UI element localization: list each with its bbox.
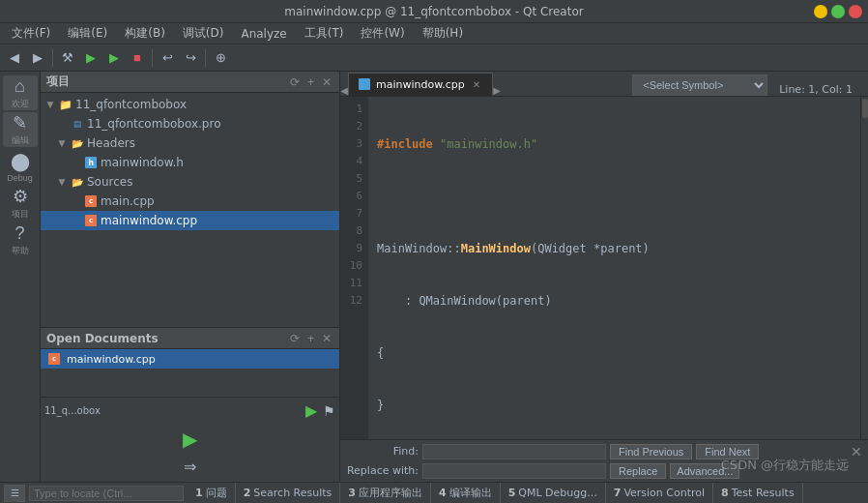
editor-tab-bar: ◀ mainwindow.cpp ✕ ▶ <Select Symbol> Lin… (340, 72, 868, 97)
find-previous-button[interactable]: Find Previous (610, 444, 692, 459)
mainwindow-cpp-icon: c (84, 214, 98, 227)
menu-tools[interactable]: 工具(T) (297, 23, 352, 44)
tree-item-headers[interactable]: ▼ 📂 Headers (41, 133, 339, 153)
minimize-button[interactable] (814, 5, 827, 18)
menu-build[interactable]: 构建(B) (117, 23, 173, 44)
project-panel-add-button[interactable]: + (305, 75, 316, 89)
project-panel-header: 项目 ⟳ + ✕ (41, 72, 339, 93)
tree-item-main-cpp[interactable]: c main.cpp (41, 192, 339, 211)
status-tab-test[interactable]: 8 Test Results (713, 483, 803, 504)
tab-label-test: Test Results (732, 487, 795, 499)
project-icon: ⚙ (13, 186, 28, 207)
symbol-select[interactable]: <Select Symbol> (632, 74, 767, 96)
replace-input[interactable] (422, 463, 606, 479)
project-panel-sync-button[interactable]: ⟳ (288, 75, 302, 89)
status-tab-qml[interactable]: 5 QML Debugg... (501, 483, 606, 504)
toolbar-undo-button[interactable]: ↩ (157, 47, 178, 69)
open-docs-add-button[interactable]: + (305, 332, 316, 345)
status-tab-issues[interactable]: 1 问题 (188, 483, 236, 504)
open-doc-run-button[interactable]: ▶ (305, 401, 317, 420)
toolbar-locate-button[interactable]: ⊕ (210, 47, 231, 69)
tree-label-headers: Headers (87, 136, 135, 150)
open-docs-sync-button[interactable]: ⟳ (288, 332, 302, 345)
tab-label-compile: 编译输出 (449, 486, 492, 500)
step-button[interactable]: ⇒ (173, 455, 208, 478)
replace-button[interactable]: Replace (610, 463, 666, 479)
line-info: Line: 1, Col: 1 (771, 83, 860, 96)
tab-num-2: 2 (244, 487, 251, 499)
sidebar-edit-button[interactable]: ✎ 编辑 (3, 112, 38, 147)
find-input[interactable] (422, 444, 606, 459)
project-panel: 项目 ⟳ + ✕ ▼ 📁 11_qfontcombobox ▤ 11_qfont… (41, 72, 340, 482)
close-button[interactable] (849, 5, 862, 18)
toolbar-back-button[interactable]: ◀ (4, 47, 25, 69)
toolbar-forward-button[interactable]: ▶ (27, 47, 48, 69)
toolbar-run-button[interactable]: ▶ (80, 47, 101, 69)
menu-analyze[interactable]: Analyze (233, 25, 294, 43)
tree-item-mainwindow-cpp[interactable]: c mainwindow.cpp (41, 211, 339, 230)
status-left-button[interactable]: ☰ (4, 485, 25, 502)
menu-edit[interactable]: 编辑(E) (60, 23, 115, 44)
open-docs-close-button[interactable]: ✕ (320, 332, 333, 345)
find-next-button[interactable]: Find Next (696, 444, 759, 459)
app-window: mainwindow.cpp @ 11_qfontcombobox - Qt C… (0, 0, 868, 503)
menu-widgets[interactable]: 控件(W) (353, 23, 412, 44)
open-doc-label: mainwindow.cpp (67, 353, 156, 366)
toolbar-stop-button[interactable]: ■ (127, 47, 148, 69)
tree-arrow-mainwindow-cpp (70, 215, 81, 226)
tab-filename: mainwindow.cpp (376, 78, 465, 91)
open-doc-mainwindow-cpp[interactable]: c mainwindow.cpp (41, 349, 339, 369)
line-num-1: 1 (340, 101, 362, 118)
line-num-12: 12 (340, 292, 362, 310)
sidebar-debug-button[interactable]: ⬤ Debug (3, 149, 38, 184)
doc-preview-label: 11_q...obox (44, 405, 101, 416)
tree-item-root[interactable]: ▼ 📁 11_qfontcombobox (41, 95, 339, 114)
tree-item-mainwindow-h[interactable]: h mainwindow.h (41, 153, 339, 172)
tab-left-scroll[interactable]: ◀ (340, 85, 348, 96)
find-close-button[interactable]: ✕ (851, 444, 862, 459)
sidebar-welcome-button[interactable]: ⌂ 欢迎 (3, 75, 38, 110)
play-button[interactable]: ▶ (173, 428, 208, 451)
code-lines: #include "mainwindow.h" MainWindow::Main… (369, 97, 860, 439)
project-panel-close-button[interactable]: ✕ (320, 75, 333, 89)
line-num-9: 9 (340, 240, 362, 257)
status-search-input[interactable] (29, 486, 184, 501)
menu-help[interactable]: 帮助(H) (415, 23, 471, 44)
tab-close-button[interactable]: ✕ (471, 79, 482, 90)
tree-item-sources[interactable]: ▼ 📂 Sources (41, 172, 339, 192)
editor-tab-mainwindow-cpp[interactable]: mainwindow.cpp ✕ (348, 73, 493, 96)
h-icon: h (84, 156, 98, 169)
maximize-button[interactable] (831, 5, 845, 18)
line-num-2: 2 (340, 118, 362, 135)
find-row: Find: Find Previous Find Next ✕ (346, 443, 862, 460)
toolbar-separator-1 (52, 49, 53, 67)
tab-num-5: 5 (508, 487, 516, 499)
find-label: Find: (346, 445, 419, 458)
editor-scrollbar[interactable] (860, 97, 868, 439)
status-tab-app-output[interactable]: 3 应用程序输出 (340, 483, 431, 504)
help-label: 帮助 (12, 245, 29, 257)
project-tree: ▼ 📁 11_qfontcombobox ▤ 11_qfontcombobox.… (41, 93, 339, 327)
status-tab-compile[interactable]: 4 编译输出 (431, 483, 501, 504)
status-tab-vc[interactable]: 7 Version Control (606, 483, 713, 504)
advanced-button[interactable]: Advanced... (670, 463, 739, 479)
tab-right-scroll[interactable]: ▶ (493, 85, 501, 96)
code-editor[interactable]: 1 2 3 4 5 6 7 8 9 10 11 12 #includ (340, 97, 860, 439)
window-controls (814, 5, 862, 18)
sidebar-project-button[interactable]: ⚙ 项目 (3, 186, 38, 221)
toolbar-debug-run-button[interactable]: ▶ (103, 47, 125, 69)
tree-item-pro[interactable]: ▤ 11_qfontcombobox.pro (41, 114, 339, 133)
tree-label-root: 11_qfontcombobox (75, 98, 187, 111)
menu-debug[interactable]: 调试(D) (175, 23, 232, 44)
open-doc-icon: c (47, 352, 61, 366)
toolbar-build-button[interactable]: ⚒ (57, 47, 78, 69)
menu-file[interactable]: 文件(F) (4, 23, 58, 44)
line-num-4: 4 (340, 153, 362, 170)
toolbar-redo-button[interactable]: ↪ (180, 47, 201, 69)
tab-num-8: 8 (721, 487, 729, 499)
open-doc-debug-button[interactable]: ⚑ (323, 403, 335, 419)
project-label: 项目 (12, 208, 29, 221)
status-tab-search[interactable]: 2 Search Results (236, 483, 341, 504)
sidebar-help-button[interactable]: ? 帮助 (3, 222, 38, 257)
edit-label: 编辑 (12, 134, 29, 147)
